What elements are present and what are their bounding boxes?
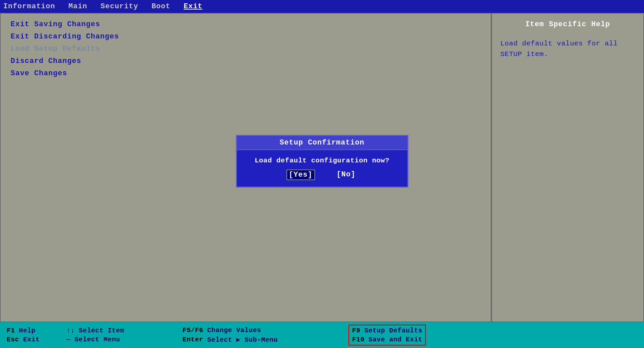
status-f5f6: F5/F6 Change Values (182, 326, 348, 334)
dialog-box: Setup Confirmation Load default configur… (236, 135, 408, 188)
status-f1-help: F1 Help (7, 327, 66, 334)
menu-item-main[interactable]: Main (68, 2, 87, 11)
status-enter: Enter Select ▶ Sub-Menu (182, 335, 348, 344)
menu-bar: Information Main Security Boot Exit (0, 0, 644, 13)
exit-discarding-changes[interactable]: Exit Discarding Changes (11, 32, 481, 41)
status-f10: F10 Save and Exit (352, 336, 422, 343)
f9-key: F9 (352, 327, 360, 334)
esc-key: Esc (7, 336, 19, 343)
status-section-f1-esc: F1 Help Esc Exit (7, 327, 66, 343)
f10-desc: Save and Exit (369, 336, 423, 343)
menu-item-boot[interactable]: Boot (152, 2, 171, 11)
dialog-yes-button[interactable]: [Yes] (287, 170, 315, 180)
save-changes[interactable]: Save Changes (11, 69, 481, 78)
menu-item-security[interactable]: Security (101, 2, 138, 11)
arrows-key: ↑↓ (66, 327, 75, 334)
esc-desc: Exit (23, 336, 40, 343)
lr-desc: Select Menu (75, 336, 120, 343)
discard-changes[interactable]: Discard Changes (11, 57, 481, 65)
right-panel-content: Load default values for all SETUP item. (500, 38, 635, 59)
lr-key: ↔ (66, 336, 71, 343)
status-select-item: ↑↓ Select Item (66, 327, 182, 334)
f10-key: F10 (352, 336, 365, 343)
dialog-body: Load default configuration now? [Yes] [N… (237, 150, 407, 187)
menu-item-information[interactable]: Information (3, 2, 55, 11)
dialog-buttons: [Yes] [No] (247, 170, 397, 180)
status-select-menu: ↔ Select Menu (66, 336, 182, 343)
right-panel: Item Specific Help Load default values f… (491, 13, 644, 322)
f5f6-key: F5/F6 (182, 326, 203, 334)
status-esc-exit: Esc Exit (7, 336, 66, 343)
exit-saving-changes[interactable]: Exit Saving Changes (11, 20, 481, 29)
f1-key: F1 (7, 327, 15, 334)
status-section-f9f10: F9 Setup Defaults F10 Save and Exit (348, 324, 426, 346)
status-bar: F1 Help Esc Exit ↑↓ Select Item ↔ Select… (0, 322, 644, 348)
status-section-select: ↑↓ Select Item ↔ Select Menu (66, 327, 182, 343)
load-setup-defaults[interactable]: Load Setup Defaults (11, 45, 481, 53)
dialog-title: Setup Confirmation (237, 136, 407, 150)
dialog-no-button[interactable]: [No] (335, 170, 358, 180)
f9-desc: Setup Defaults (364, 327, 422, 334)
status-f9: F9 Setup Defaults (352, 327, 422, 334)
menu-item-exit[interactable]: Exit (183, 2, 202, 11)
f5f6-desc: Change Values (207, 326, 261, 334)
enter-key: Enter (182, 336, 203, 343)
f1-desc: Help (19, 327, 36, 334)
status-section-f5f6: F5/F6 Change Values Enter Select ▶ Sub-M… (182, 326, 348, 344)
right-panel-title: Item Specific Help (500, 20, 635, 29)
dialog-question: Load default configuration now? (247, 157, 397, 164)
enter-desc: Select ▶ Sub-Menu (207, 335, 278, 344)
arrows-desc: Select Item (79, 327, 124, 334)
